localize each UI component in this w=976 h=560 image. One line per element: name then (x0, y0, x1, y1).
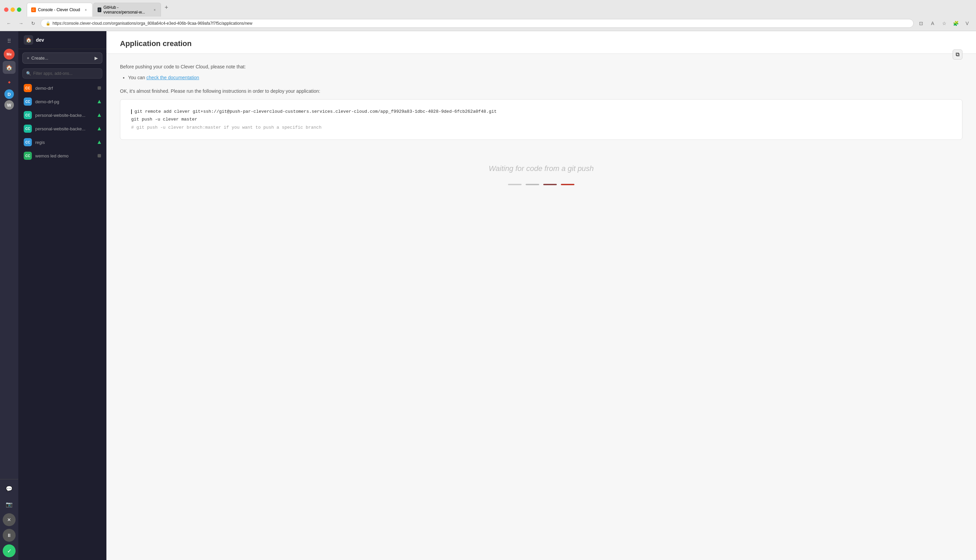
code-line-1: git remote add clever git+ssh://git@push… (131, 108, 951, 115)
create-label: Create... (32, 55, 48, 61)
check-bottom-button[interactable]: ✓ (3, 545, 16, 557)
app-icon-demo-drf-pg: CC (24, 98, 32, 106)
tab-close-cc[interactable]: × (84, 7, 88, 12)
sidebar-item-label-wemos: wemos led demo (35, 153, 94, 158)
sidebar-item-label-demo-drf: demo-drf (35, 86, 94, 91)
bullet-prefix: You can (128, 75, 146, 80)
profile-icon[interactable]: V (963, 18, 972, 28)
tab-label-gh: GitHub - vvenance/personal-w... (104, 5, 149, 15)
tab-favicon-cc: C (31, 7, 36, 12)
search-icon: 🔍 (26, 71, 31, 76)
app-icon-regis: CC (24, 138, 32, 146)
deploy-text: OK, it's almost finished. Please run the… (120, 88, 963, 94)
bullet-list: You can check the documentation (128, 75, 963, 80)
status-dot-demo-drf (98, 86, 101, 90)
bookmark-icon[interactable]: ☆ (939, 18, 949, 28)
extension-icon[interactable]: 🧩 (951, 18, 960, 28)
status-dot-demo-drf-pg (98, 100, 101, 103)
app-icon-personal-1: CC (24, 111, 32, 119)
code-line-3: # git push -u clever branch:master if yo… (131, 123, 951, 132)
content-area: Before pushing your code to Clever Cloud… (106, 54, 976, 209)
tab-close-gh[interactable]: × (153, 7, 157, 12)
org-name: dev (36, 37, 44, 43)
doc-link[interactable]: check the documentation (146, 75, 199, 80)
status-dot-personal-2 (98, 127, 101, 130)
sidebar-item-personal-1[interactable]: CC personal-website-backe... (18, 108, 106, 122)
tab-label-cc: Console - Clever Cloud (38, 7, 80, 12)
main-header: Application creation ⧉ (106, 31, 976, 54)
create-button[interactable]: + Create... ▶ (22, 52, 102, 63)
url-bar[interactable]: 🔒 https://console.clever-cloud.com/organ… (41, 19, 914, 28)
nav-header: 🏠 dev (18, 31, 106, 49)
w-icon-button[interactable]: W (4, 100, 14, 110)
sidebar-item-label-demo-drf-pg: demo-drf-pg (35, 99, 94, 104)
nav-sidebar: 🏠 dev + Create... ▶ 🔍 CC demo-drf CC dem… (18, 31, 106, 560)
bottom-bar: 💬 📷 ✕ ⏸ ✓ (0, 479, 18, 560)
forward-button[interactable]: → (16, 18, 26, 28)
lock-icon: 🔒 (46, 21, 50, 26)
code-line-2: git push -u clever master (131, 115, 951, 123)
close-button[interactable] (4, 7, 8, 12)
browser-chrome: C Console - Clever Cloud ×  GitHub - vv… (0, 0, 976, 31)
chat-bottom-button[interactable]: 💬 (3, 482, 16, 495)
sidebar-item-label-personal-1: personal-website-backe... (35, 113, 94, 118)
bullet-item-1: You can check the documentation (128, 75, 963, 80)
sidebar-item-demo-drf[interactable]: CC demo-drf (18, 81, 106, 95)
camera-bottom-button[interactable]: 📷 (3, 498, 16, 510)
intro-text: Before pushing your code to Clever Cloud… (120, 64, 963, 69)
app-icon-personal-2: CC (24, 125, 32, 133)
search-input[interactable] (33, 71, 99, 76)
cast-icon[interactable]: ⊡ (916, 18, 926, 28)
page-title: Application creation (120, 39, 963, 48)
status-dot-wemos (98, 154, 101, 157)
progress-dot-3 (543, 184, 557, 185)
copy-icon: ⧉ (956, 52, 959, 58)
minimize-button[interactable] (10, 7, 15, 12)
refresh-button[interactable]: ↻ (28, 18, 38, 28)
tab-github[interactable]:  GitHub - vvenance/personal-w... × (93, 3, 161, 17)
new-tab-button[interactable]: + (162, 3, 171, 12)
progress-dot-4 (561, 184, 575, 185)
title-bar: C Console - Clever Cloud ×  GitHub - vv… (0, 0, 976, 17)
waiting-text: Waiting for code from a git push (120, 164, 963, 173)
waiting-section: Waiting for code from a git push (120, 151, 963, 199)
sidebar-item-label-regis: regis (35, 140, 94, 145)
app: ⠿ Me 🏠 ⬥ D W 💬 ✓ ⚙ ⚙ 🏠 dev + Create... ▶… (0, 31, 976, 560)
d-icon-button[interactable]: D (4, 89, 14, 99)
sidebar-item-demo-drf-pg[interactable]: CC demo-drf-pg (18, 95, 106, 108)
translate-icon[interactable]: A (928, 18, 938, 28)
me-button[interactable]: Me (4, 49, 15, 60)
sidebar-item-label-personal-2: personal-website-backe... (35, 126, 94, 132)
plus-icon: + (27, 55, 30, 61)
maximize-button[interactable] (17, 7, 21, 12)
sidebar-item-wemos[interactable]: CC wemos led demo (18, 149, 106, 163)
sidebar-item-regis[interactable]: CC regis (18, 135, 106, 149)
tab-bar: C Console - Clever Cloud ×  GitHub - vv… (27, 3, 171, 17)
traffic-lights (4, 7, 21, 12)
search-bar[interactable]: 🔍 (22, 68, 102, 78)
sidebar-item-personal-2[interactable]: CC personal-website-backe... (18, 122, 106, 135)
tab-favicon-gh:  (98, 7, 101, 12)
grid-icon-button[interactable]: ⠿ (3, 35, 16, 47)
status-dot-regis (98, 140, 101, 144)
nav-home-icon: 🏠 (24, 35, 33, 45)
progress-dot-1 (508, 184, 521, 185)
alert-icon-button[interactable]: ⬥ (3, 75, 16, 88)
copy-button[interactable]: ⧉ (953, 50, 963, 60)
chevron-right-icon: ▶ (95, 55, 98, 61)
cancel-bottom-button[interactable]: ✕ (3, 513, 16, 526)
app-icon-demo-drf: CC (24, 84, 32, 92)
app-icon-wemos: CC (24, 152, 32, 160)
main-content: Application creation ⧉ Before pushing yo… (106, 31, 976, 560)
tab-console[interactable]: C Console - Clever Cloud × (27, 3, 92, 17)
status-dot-personal-1 (98, 113, 101, 117)
progress-dot-2 (526, 184, 539, 185)
back-button[interactable]: ← (4, 18, 13, 28)
address-bar: ← → ↻ 🔒 https://console.clever-cloud.com… (0, 17, 976, 31)
browser-actions: ⊡ A ☆ 🧩 V (916, 18, 972, 28)
home-icon-button[interactable]: 🏠 (3, 61, 16, 74)
cursor (131, 109, 132, 114)
url-text: https://console.clever-cloud.com/organis… (52, 21, 909, 26)
create-button-left: + Create... (27, 55, 48, 61)
pause-bottom-button[interactable]: ⏸ (3, 529, 16, 542)
